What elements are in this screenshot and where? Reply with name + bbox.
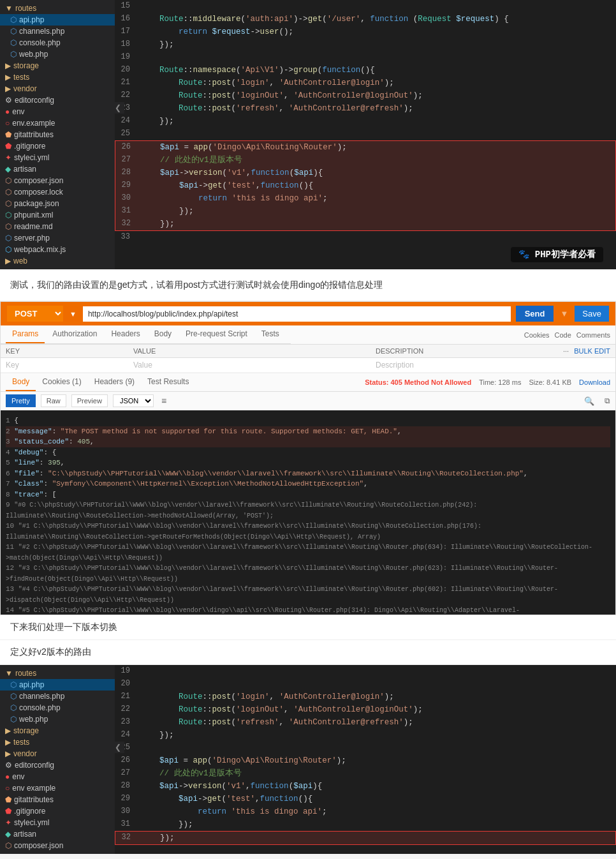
ft-env-example[interactable]: ○ env.example — [0, 117, 115, 129]
code-line-26: 26 $api = app('Dingo\Api\Routing\Router'… — [115, 140, 616, 154]
folder-icon: ▶ — [5, 84, 11, 93]
ft2-composer-label: composer.json — [14, 841, 63, 850]
ft2-env-example[interactable]: ○ env example — [0, 782, 115, 794]
ft-storage[interactable]: ▶ storage — [0, 60, 115, 71]
ft2-gitignore[interactable]: ⬟ .gitignore — [0, 805, 115, 817]
ft-server-php[interactable]: ⬡ server.php — [0, 232, 115, 244]
p2-text: 下来我们处理一下版本切换 — [10, 622, 606, 633]
ft-styleci[interactable]: ✦ styleci.yml — [0, 152, 115, 163]
tab-cookies-response[interactable]: Cookies (1) — [36, 373, 87, 391]
file-icon: ⬡ — [10, 27, 17, 36]
file-icon: ⬡ — [5, 841, 11, 850]
tab-params[interactable]: Params — [6, 325, 45, 343]
ft2-storage[interactable]: ▶ storage — [0, 725, 115, 736]
search-response-icon[interactable]: 🔍 — [584, 396, 594, 406]
ft2-styleci[interactable]: ✦ styleci.yml — [0, 817, 115, 828]
tab-pre-request[interactable]: Pre-request Script — [179, 325, 254, 343]
file-icon: ● — [5, 107, 10, 116]
code-line-31: 31 }); — [115, 205, 616, 218]
ft-phpunit[interactable]: ⬡ phpunit.xml — [0, 209, 115, 221]
tab-authorization[interactable]: Authorization — [46, 325, 103, 343]
url-input[interactable] — [83, 306, 511, 322]
code2-line-27: 27 // 此处的v1是版本号 — [115, 767, 616, 780]
ft-vendor[interactable]: ▶ vendor — [0, 83, 115, 94]
format-select[interactable]: JSON XML HTML — [113, 394, 154, 407]
save-button[interactable]: Save — [575, 306, 609, 322]
copy-response-icon[interactable]: ⧉ — [605, 396, 610, 405]
ft-web[interactable]: ⬡ web.php — [0, 49, 115, 60]
folder-icon: ▼ — [5, 669, 13, 678]
ft-console[interactable]: ⬡ console.php — [0, 37, 115, 49]
code-line-21: 21 Route::post('login', 'AuthController@… — [115, 77, 616, 89]
ft-webpack[interactable]: ⬡ webpack.mix.js — [0, 244, 115, 255]
ft2-gitattributes[interactable]: ⬟ gitattributes — [0, 794, 115, 805]
raw-btn[interactable]: Raw — [41, 394, 66, 407]
file-icon: ✦ — [5, 818, 11, 827]
params-table-header: KEY VALUE DESCRIPTION ··· Bulk Edit — [1, 345, 615, 358]
ft-package-json[interactable]: ⬡ package.json — [0, 198, 115, 209]
ft2-api-php[interactable]: ⬡ api.php — [0, 679, 115, 691]
paragraph-2: 下来我们处理一下版本切换 — [0, 615, 616, 640]
ft2-gitattributes-label: gitattributes — [14, 795, 54, 804]
filter-icon[interactable]: ≡ — [161, 396, 166, 406]
send-button[interactable]: Send — [516, 306, 554, 322]
collapse-panel-arrow-2[interactable]: ❮ — [112, 742, 124, 753]
col-val-header: VALUE — [133, 347, 376, 355]
ft2-vendor[interactable]: ▶ vendor — [0, 748, 115, 759]
ft-web-folder[interactable]: ▶ web — [0, 255, 115, 267]
file-icon: ⬟ — [5, 795, 11, 804]
resp-line-12: 12 "#3 C:\\phpStudy\\PHPTutorial\\WWW\\b… — [6, 563, 610, 584]
code-link[interactable]: Code — [555, 331, 571, 339]
ft-label: styleci.yml — [14, 153, 49, 162]
ft2-console[interactable]: ⬡ console.php — [0, 702, 115, 713]
file-icon: ● — [5, 772, 10, 781]
ft2-storage-label: storage — [13, 726, 39, 735]
ft-api-php[interactable]: ⬡ api.php — [0, 14, 115, 26]
cookies-link[interactable]: Cookies — [524, 331, 550, 339]
ft-tests[interactable]: ▶ tests — [0, 71, 115, 83]
ft-artisan[interactable]: ◆ artisan — [0, 163, 115, 175]
ft2-env[interactable]: ● env — [0, 771, 115, 782]
download-btn[interactable]: Download — [579, 378, 610, 386]
ft-gitattributes[interactable]: ⬟ gitattributes — [0, 129, 115, 140]
paragraph-1: 测试，我们的路由设置的是get方式，试着用post方式进行测试时就会使用ding… — [0, 269, 616, 301]
code2-line-32: 32 }); — [115, 831, 616, 845]
col-more-header: ··· — [531, 347, 569, 355]
ft-composer-json[interactable]: ⬡ composer.json — [0, 175, 115, 186]
send-dropdown-icon[interactable]: ▼ — [560, 309, 568, 318]
bulk-edit-btn[interactable]: Bulk Edit — [569, 347, 610, 355]
ft-readme[interactable]: ⬡ readme.md — [0, 221, 115, 232]
ft-env[interactable]: ● env — [0, 106, 115, 117]
ft2-web[interactable]: ⬡ web.php — [0, 713, 115, 725]
ft2-composer[interactable]: ⬡ composer.json — [0, 840, 115, 851]
ft2-editorconfig[interactable]: ⚙ editorconfig — [0, 759, 115, 771]
ft2-artisan[interactable]: ◆ artisan — [0, 828, 115, 840]
ft2-channels[interactable]: ⬡ channels.php — [0, 691, 115, 702]
ft-routes[interactable]: ▼ routes — [0, 3, 115, 14]
code-line-19: 19 — [115, 51, 616, 64]
file-icon: ⬡ — [5, 211, 11, 220]
ft-editorconfig[interactable]: ⚙ editorconfig — [0, 94, 115, 106]
ft-composer-lock[interactable]: ⬡ composer.lock — [0, 186, 115, 198]
status-code: Status: 405 Method Not Allowed — [365, 378, 471, 386]
method-select[interactable]: POST GET PUT DELETE — [7, 306, 63, 322]
folder-icon: ▶ — [5, 257, 11, 265]
preview-btn[interactable]: Preview — [71, 394, 108, 407]
folder-icon: ▶ — [5, 73, 11, 82]
params-table-area: KEY VALUE DESCRIPTION ··· Bulk Edit Key … — [1, 345, 615, 373]
ft2-tests[interactable]: ▶ tests — [0, 736, 115, 748]
code2-line-23: 23 Route::post('refresh', 'AuthControlle… — [115, 716, 616, 729]
tab-headers-response[interactable]: Headers (9) — [88, 373, 141, 391]
params-table-row-empty: Key Value Description — [1, 358, 615, 373]
tab-headers[interactable]: Headers — [105, 325, 146, 343]
tab-body-response[interactable]: Body — [6, 373, 36, 391]
comments-link[interactable]: Comments — [576, 331, 610, 339]
ft-gitignore[interactable]: ⬟ .gitignore — [0, 140, 115, 152]
pretty-btn[interactable]: Pretty — [6, 394, 36, 407]
collapse-panel-arrow[interactable]: ❮ — [112, 102, 124, 114]
tab-tests[interactable]: Tests — [255, 325, 286, 343]
ft-channels[interactable]: ⬡ channels.php — [0, 26, 115, 37]
tab-body[interactable]: Body — [148, 325, 178, 343]
tab-test-results[interactable]: Test Results — [141, 373, 195, 391]
ft2-routes[interactable]: ▼ routes — [0, 668, 115, 679]
